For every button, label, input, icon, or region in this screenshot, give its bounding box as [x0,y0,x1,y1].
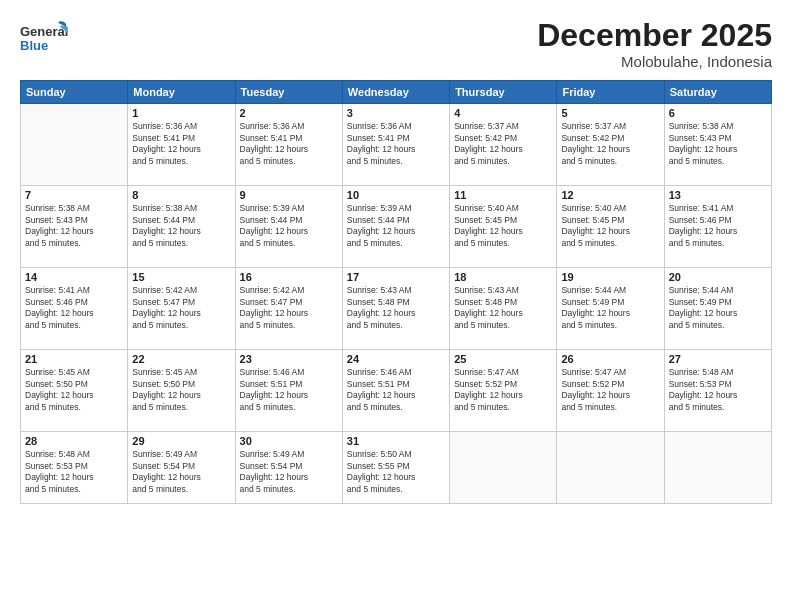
calendar-cell: 13Sunrise: 5:41 AMSunset: 5:46 PMDayligh… [664,186,771,268]
day-number: 25 [454,353,552,365]
location: Molobulahe, Indonesia [537,53,772,70]
logo: General Blue [20,18,70,60]
day-info: Sunrise: 5:36 AMSunset: 5:41 PMDaylight:… [132,121,230,167]
calendar-cell: 14Sunrise: 5:41 AMSunset: 5:46 PMDayligh… [21,268,128,350]
day-info: Sunrise: 5:43 AMSunset: 5:48 PMDaylight:… [347,285,445,331]
day-number: 21 [25,353,123,365]
calendar-cell: 20Sunrise: 5:44 AMSunset: 5:49 PMDayligh… [664,268,771,350]
day-info: Sunrise: 5:44 AMSunset: 5:49 PMDaylight:… [561,285,659,331]
calendar-cell: 22Sunrise: 5:45 AMSunset: 5:50 PMDayligh… [128,350,235,432]
logo-icon: General Blue [20,18,70,60]
calendar-table: SundayMondayTuesdayWednesdayThursdayFrid… [20,80,772,504]
calendar-cell: 24Sunrise: 5:46 AMSunset: 5:51 PMDayligh… [342,350,449,432]
day-info: Sunrise: 5:42 AMSunset: 5:47 PMDaylight:… [132,285,230,331]
day-info: Sunrise: 5:47 AMSunset: 5:52 PMDaylight:… [561,367,659,413]
calendar-cell: 30Sunrise: 5:49 AMSunset: 5:54 PMDayligh… [235,432,342,504]
day-number: 24 [347,353,445,365]
day-info: Sunrise: 5:48 AMSunset: 5:53 PMDaylight:… [25,449,123,495]
day-info: Sunrise: 5:45 AMSunset: 5:50 PMDaylight:… [25,367,123,413]
day-number: 11 [454,189,552,201]
calendar-cell [450,432,557,504]
col-header-friday: Friday [557,81,664,104]
calendar-cell: 4Sunrise: 5:37 AMSunset: 5:42 PMDaylight… [450,104,557,186]
day-info: Sunrise: 5:36 AMSunset: 5:41 PMDaylight:… [240,121,338,167]
day-number: 5 [561,107,659,119]
calendar-cell: 19Sunrise: 5:44 AMSunset: 5:49 PMDayligh… [557,268,664,350]
col-header-tuesday: Tuesday [235,81,342,104]
calendar-cell: 7Sunrise: 5:38 AMSunset: 5:43 PMDaylight… [21,186,128,268]
calendar-cell: 27Sunrise: 5:48 AMSunset: 5:53 PMDayligh… [664,350,771,432]
day-number: 15 [132,271,230,283]
calendar-cell: 17Sunrise: 5:43 AMSunset: 5:48 PMDayligh… [342,268,449,350]
week-row-4: 28Sunrise: 5:48 AMSunset: 5:53 PMDayligh… [21,432,772,504]
col-header-wednesday: Wednesday [342,81,449,104]
day-number: 2 [240,107,338,119]
day-info: Sunrise: 5:38 AMSunset: 5:43 PMDaylight:… [669,121,767,167]
day-info: Sunrise: 5:37 AMSunset: 5:42 PMDaylight:… [561,121,659,167]
calendar-cell: 25Sunrise: 5:47 AMSunset: 5:52 PMDayligh… [450,350,557,432]
calendar-cell: 21Sunrise: 5:45 AMSunset: 5:50 PMDayligh… [21,350,128,432]
day-info: Sunrise: 5:42 AMSunset: 5:47 PMDaylight:… [240,285,338,331]
day-info: Sunrise: 5:50 AMSunset: 5:55 PMDaylight:… [347,449,445,495]
col-header-saturday: Saturday [664,81,771,104]
day-number: 29 [132,435,230,447]
day-number: 26 [561,353,659,365]
day-info: Sunrise: 5:41 AMSunset: 5:46 PMDaylight:… [669,203,767,249]
day-info: Sunrise: 5:38 AMSunset: 5:43 PMDaylight:… [25,203,123,249]
col-header-monday: Monday [128,81,235,104]
page: General Blue December 2025 Molobulahe, I… [0,0,792,612]
day-info: Sunrise: 5:44 AMSunset: 5:49 PMDaylight:… [669,285,767,331]
day-number: 31 [347,435,445,447]
day-number: 27 [669,353,767,365]
col-header-thursday: Thursday [450,81,557,104]
calendar-header-row: SundayMondayTuesdayWednesdayThursdayFrid… [21,81,772,104]
day-info: Sunrise: 5:39 AMSunset: 5:44 PMDaylight:… [347,203,445,249]
day-info: Sunrise: 5:37 AMSunset: 5:42 PMDaylight:… [454,121,552,167]
day-number: 18 [454,271,552,283]
day-number: 28 [25,435,123,447]
week-row-3: 21Sunrise: 5:45 AMSunset: 5:50 PMDayligh… [21,350,772,432]
calendar-cell [664,432,771,504]
calendar-cell: 16Sunrise: 5:42 AMSunset: 5:47 PMDayligh… [235,268,342,350]
calendar-cell: 12Sunrise: 5:40 AMSunset: 5:45 PMDayligh… [557,186,664,268]
calendar-cell [21,104,128,186]
day-info: Sunrise: 5:47 AMSunset: 5:52 PMDaylight:… [454,367,552,413]
day-number: 7 [25,189,123,201]
week-row-0: 1Sunrise: 5:36 AMSunset: 5:41 PMDaylight… [21,104,772,186]
calendar-cell: 26Sunrise: 5:47 AMSunset: 5:52 PMDayligh… [557,350,664,432]
day-number: 6 [669,107,767,119]
day-info: Sunrise: 5:46 AMSunset: 5:51 PMDaylight:… [240,367,338,413]
day-number: 20 [669,271,767,283]
day-number: 10 [347,189,445,201]
day-info: Sunrise: 5:40 AMSunset: 5:45 PMDaylight:… [454,203,552,249]
day-info: Sunrise: 5:36 AMSunset: 5:41 PMDaylight:… [347,121,445,167]
svg-text:Blue: Blue [20,38,48,53]
title-block: December 2025 Molobulahe, Indonesia [537,18,772,70]
calendar-cell: 11Sunrise: 5:40 AMSunset: 5:45 PMDayligh… [450,186,557,268]
day-info: Sunrise: 5:48 AMSunset: 5:53 PMDaylight:… [669,367,767,413]
calendar-cell: 23Sunrise: 5:46 AMSunset: 5:51 PMDayligh… [235,350,342,432]
calendar-cell: 1Sunrise: 5:36 AMSunset: 5:41 PMDaylight… [128,104,235,186]
day-number: 19 [561,271,659,283]
calendar-cell: 29Sunrise: 5:49 AMSunset: 5:54 PMDayligh… [128,432,235,504]
calendar-cell: 8Sunrise: 5:38 AMSunset: 5:44 PMDaylight… [128,186,235,268]
calendar-cell: 18Sunrise: 5:43 AMSunset: 5:48 PMDayligh… [450,268,557,350]
col-header-sunday: Sunday [21,81,128,104]
calendar-cell: 28Sunrise: 5:48 AMSunset: 5:53 PMDayligh… [21,432,128,504]
day-number: 12 [561,189,659,201]
day-number: 14 [25,271,123,283]
day-number: 16 [240,271,338,283]
day-info: Sunrise: 5:49 AMSunset: 5:54 PMDaylight:… [240,449,338,495]
day-number: 17 [347,271,445,283]
header: General Blue December 2025 Molobulahe, I… [20,18,772,70]
day-number: 8 [132,189,230,201]
calendar-cell [557,432,664,504]
day-info: Sunrise: 5:43 AMSunset: 5:48 PMDaylight:… [454,285,552,331]
day-info: Sunrise: 5:46 AMSunset: 5:51 PMDaylight:… [347,367,445,413]
day-info: Sunrise: 5:39 AMSunset: 5:44 PMDaylight:… [240,203,338,249]
day-number: 23 [240,353,338,365]
day-info: Sunrise: 5:40 AMSunset: 5:45 PMDaylight:… [561,203,659,249]
calendar-cell: 10Sunrise: 5:39 AMSunset: 5:44 PMDayligh… [342,186,449,268]
calendar-cell: 9Sunrise: 5:39 AMSunset: 5:44 PMDaylight… [235,186,342,268]
calendar-cell: 31Sunrise: 5:50 AMSunset: 5:55 PMDayligh… [342,432,449,504]
